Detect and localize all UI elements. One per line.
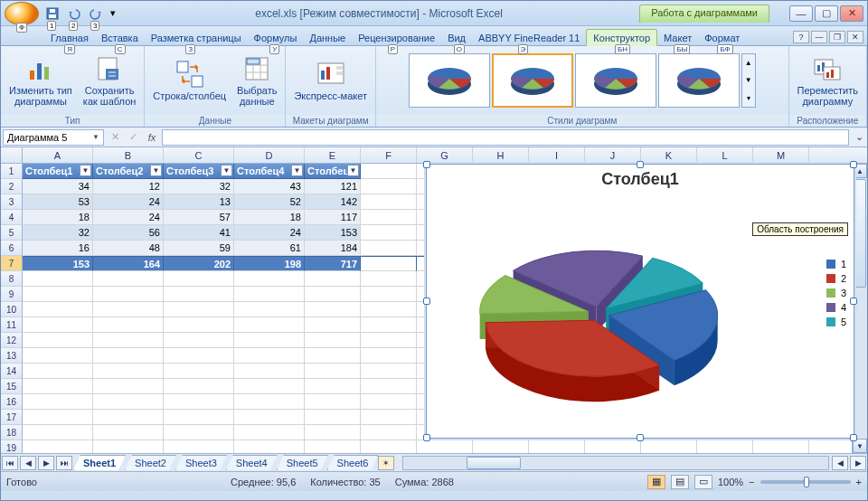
select-all-corner[interactable] [1, 147, 23, 163]
chart-styles-more[interactable]: ▲▼▾ [741, 53, 756, 108]
filter-dropdown-icon[interactable]: ▼ [80, 165, 91, 176]
cell[interactable] [361, 317, 417, 333]
cell[interactable] [23, 302, 93, 317]
cell[interactable] [164, 440, 234, 453]
minimize-button[interactable]: — [789, 5, 813, 22]
cell[interactable] [93, 348, 164, 364]
filter-dropdown-icon[interactable]: ▼ [221, 165, 232, 176]
row-header[interactable]: 15 [1, 379, 23, 394]
undo-button[interactable]: 2 [64, 4, 84, 24]
cell[interactable] [164, 302, 234, 317]
cell[interactable] [697, 440, 753, 453]
column-header[interactable]: K [641, 147, 697, 163]
cell[interactable] [361, 425, 417, 440]
office-button[interactable]: Ф [5, 2, 39, 25]
cell[interactable] [361, 225, 417, 241]
cell[interactable] [23, 317, 93, 333]
cell[interactable] [361, 179, 417, 194]
cell[interactable] [361, 410, 417, 425]
row-header[interactable]: 17 [1, 410, 23, 425]
cell[interactable] [93, 364, 164, 379]
sheet-tab[interactable]: Sheet2 [125, 455, 176, 470]
mdi-restore[interactable]: ❐ [829, 31, 845, 43]
tab-конструктор[interactable]: КонструкторБН [586, 29, 657, 46]
cell[interactable] [234, 394, 305, 410]
cell[interactable]: 32 [164, 179, 234, 194]
cell[interactable]: 56 [93, 225, 164, 241]
column-header[interactable]: B [93, 147, 164, 163]
cell[interactable] [23, 440, 93, 453]
cell[interactable] [585, 440, 641, 453]
cell[interactable] [164, 271, 234, 287]
cell[interactable] [361, 333, 417, 348]
first-sheet-button[interactable]: ⏮ [2, 456, 18, 470]
column-header[interactable]: H [473, 147, 529, 163]
name-box[interactable]: Диаграмма 5 ▼ [3, 129, 104, 146]
chart-style-4[interactable] [658, 53, 740, 108]
tab-вид[interactable]: ВидО [441, 30, 472, 45]
row-header[interactable]: 14 [1, 364, 23, 379]
cell[interactable] [164, 333, 234, 348]
tab-разметка-страницы[interactable]: Разметка страницыЗ [145, 30, 248, 45]
hscroll-thumb[interactable] [467, 457, 521, 469]
cell[interactable]: 48 [93, 241, 164, 256]
page-layout-view-button[interactable]: ▤ [671, 475, 689, 489]
cell[interactable]: 153 [23, 256, 93, 271]
table-header-cell[interactable]: Столбец5▼ [305, 164, 361, 179]
new-sheet-button[interactable]: ✶ [378, 456, 394, 470]
cell[interactable] [23, 379, 93, 394]
cell[interactable] [23, 410, 93, 425]
row-header[interactable]: 10 [1, 302, 23, 317]
cell[interactable] [164, 379, 234, 394]
prev-sheet-button[interactable]: ◀ [20, 456, 36, 470]
column-header[interactable]: C [164, 147, 234, 163]
cell[interactable] [361, 379, 417, 394]
fx-icon[interactable]: fx [142, 132, 162, 143]
legend-item[interactable]: 3 [826, 288, 846, 298]
cell[interactable] [361, 164, 417, 179]
row-header[interactable]: 4 [1, 210, 23, 225]
cell[interactable] [164, 348, 234, 364]
row-header[interactable]: 7 [1, 256, 23, 271]
cell[interactable] [23, 287, 93, 302]
table-header-cell[interactable]: Столбец2▼ [93, 164, 164, 179]
embedded-chart[interactable]: Столбец1 Область построения 12345 [426, 164, 854, 439]
cell[interactable]: 18 [23, 210, 93, 225]
change-chart-type-button[interactable]: Изменить тип диаграммы [5, 52, 77, 109]
cell[interactable]: 16 [23, 241, 93, 256]
cell[interactable] [23, 271, 93, 287]
cell[interactable]: 164 [93, 256, 164, 271]
maximize-button[interactable]: ▢ [815, 5, 838, 22]
row-header[interactable]: 9 [1, 287, 23, 302]
cell[interactable] [417, 440, 473, 453]
cell[interactable]: 59 [164, 241, 234, 256]
cell[interactable] [361, 364, 417, 379]
column-header[interactable]: M [753, 147, 809, 163]
cell[interactable] [361, 302, 417, 317]
cell[interactable]: 153 [305, 225, 361, 241]
redo-button[interactable]: 3 [86, 4, 106, 24]
cell[interactable] [753, 440, 809, 453]
tab-рецензирование[interactable]: РецензированиеР [352, 30, 441, 45]
filter-dropdown-icon[interactable]: ▼ [150, 165, 162, 176]
filter-dropdown-icon[interactable]: ▼ [347, 165, 359, 176]
sheet-tab[interactable]: Sheet5 [277, 455, 328, 470]
row-header[interactable]: 8 [1, 271, 23, 287]
save-template-button[interactable]: Сохранить как шаблон [79, 52, 141, 109]
hscroll-right[interactable]: ▶ [850, 456, 866, 470]
cell[interactable] [305, 271, 361, 287]
cell[interactable]: 41 [164, 225, 234, 241]
cell[interactable] [93, 271, 164, 287]
cell[interactable] [305, 364, 361, 379]
tab-abbyy-finereader-11[interactable]: ABBYY FineReader 11Э [472, 30, 586, 45]
mdi-minimize[interactable]: — [811, 31, 827, 43]
cell[interactable] [234, 348, 305, 364]
zoom-in-button[interactable]: + [856, 477, 862, 487]
switch-row-column-button[interactable]: Строка/столбец [148, 57, 231, 104]
formula-input[interactable] [162, 129, 849, 146]
tab-главная[interactable]: ГлавнаяЯ [44, 30, 95, 45]
cell[interactable]: 57 [164, 210, 234, 225]
horizontal-scrollbar[interactable] [402, 456, 829, 470]
cell[interactable] [305, 440, 361, 453]
cell[interactable] [361, 210, 417, 225]
